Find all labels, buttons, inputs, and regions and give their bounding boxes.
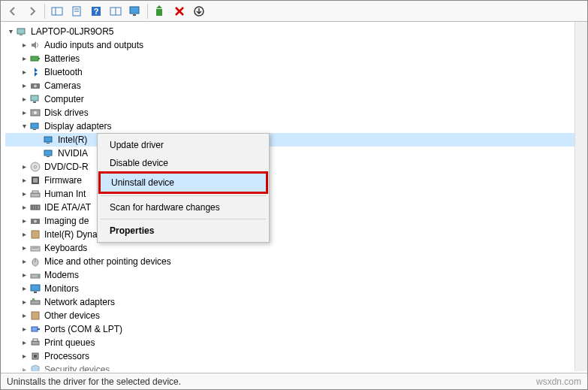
tree-item[interactable]: ▸Human Int — [5, 187, 587, 201]
menu-item-update-driver[interactable]: Update driver — [99, 136, 267, 154]
expand-icon[interactable]: ▸ — [19, 52, 29, 65]
expand-icon[interactable]: ▸ — [19, 322, 29, 336]
tree-item-intel[interactable]: Intel(R) — [5, 133, 587, 147]
network-icon — [29, 296, 41, 308]
tree-item[interactable]: ▸Disk drives — [5, 106, 587, 119]
panel-icon — [51, 6, 63, 17]
security-icon — [29, 364, 41, 371]
help-button[interactable]: ? — [87, 3, 105, 20]
tree-item-label: Other devices — [43, 309, 100, 322]
expand-icon[interactable]: ▸ — [19, 106, 29, 119]
menu-item-properties[interactable]: Properties — [99, 222, 267, 240]
tree-item[interactable]: ▸Mice and other pointing devices — [5, 255, 587, 268]
expand-icon[interactable]: ▸ — [19, 65, 29, 79]
tree-item[interactable]: ▸Modems — [5, 268, 587, 282]
expand-icon[interactable]: ▸ — [19, 336, 29, 349]
tree-item-label: Cameras — [43, 79, 81, 92]
tree-item-label: Batteries — [43, 52, 80, 65]
expand-icon[interactable]: ▸ — [19, 295, 29, 309]
tree-item-label: Monitors — [43, 282, 79, 295]
expand-icon[interactable]: ▸ — [19, 201, 29, 214]
status-text: Uninstalls the driver for the selected d… — [7, 376, 181, 387]
svg-point-47 — [38, 276, 39, 277]
back-button[interactable] — [4, 3, 22, 20]
expand-icon[interactable]: ▸ — [19, 214, 29, 228]
tree-item[interactable]: ▸Processors — [5, 349, 587, 363]
tree-item-label: IDE ATA/AT — [43, 201, 91, 214]
tree-root[interactable]: ▾ LAPTOP-0LJR9OR5 — [5, 25, 587, 38]
svg-rect-19 — [31, 95, 38, 101]
svg-rect-32 — [33, 178, 38, 183]
tree-item-label: Display adapters — [43, 119, 111, 133]
tree-item-nvidia[interactable]: NVIDIA — [5, 147, 587, 160]
menu-item-scan-hardware[interactable]: Scan for hardware changes — [99, 198, 267, 216]
expand-icon[interactable]: ▸ — [19, 160, 29, 174]
menu-item-uninstall-device[interactable]: Uninstall device — [98, 171, 268, 194]
expand-icon[interactable]: ▸ — [19, 79, 29, 92]
tree-item[interactable]: ▸Other devices — [5, 309, 587, 322]
svg-rect-0 — [52, 8, 62, 15]
svg-rect-15 — [31, 56, 38, 61]
expand-icon[interactable]: ▸ — [19, 38, 29, 52]
svg-point-40 — [34, 220, 37, 223]
tree-item[interactable]: ▸Batteries — [5, 52, 587, 65]
tree-item-label: NVIDIA — [56, 147, 88, 160]
svg-point-30 — [35, 166, 37, 168]
computer-icon — [16, 26, 28, 38]
view-button[interactable] — [107, 3, 125, 20]
tree-item[interactable]: ▸Cameras — [5, 79, 587, 92]
tree-item[interactable]: ▸IDE ATA/AT — [5, 201, 587, 214]
svg-rect-58 — [34, 355, 37, 358]
device-tree[interactable]: ▾ LAPTOP-0LJR9OR5 ▸Audio inputs and outp… — [1, 22, 587, 371]
svg-rect-34 — [32, 191, 38, 193]
tree-item-label: Intel(R) — [56, 133, 87, 147]
tree-item[interactable]: ▸Network adapters — [5, 295, 587, 309]
scan-button[interactable] — [126, 3, 144, 20]
ide-icon — [29, 201, 41, 213]
tree-item[interactable]: ▸Firmware — [5, 174, 587, 187]
driver-update-icon — [155, 5, 165, 17]
display-adapter-icon — [43, 147, 55, 159]
properties-button[interactable] — [68, 3, 86, 20]
expand-icon[interactable]: ▸ — [19, 255, 29, 268]
tree-item[interactable]: ▸Security devices — [5, 363, 587, 371]
tree-item[interactable]: ▸DVD/CD-R — [5, 160, 587, 174]
expand-icon[interactable]: ▸ — [19, 268, 29, 282]
expand-icon[interactable]: ▸ — [19, 241, 29, 255]
tree-item-display-adapters[interactable]: ▾Display adapters — [5, 119, 587, 133]
forward-button[interactable] — [23, 3, 41, 20]
expand-icon[interactable]: ▸ — [19, 309, 29, 322]
menu-item-disable-device[interactable]: Disable device — [99, 154, 267, 172]
tree-item[interactable]: ▸Keyboards — [5, 241, 587, 255]
tree-item[interactable]: ▸Bluetooth — [5, 65, 587, 79]
tree-item[interactable]: ▸Computer — [5, 92, 587, 106]
collapse-icon[interactable]: ▾ — [19, 119, 29, 133]
disable-button[interactable] — [190, 3, 208, 20]
show-hidden-button[interactable] — [48, 3, 66, 20]
display-adapter-icon — [29, 120, 41, 132]
uninstall-button[interactable] — [170, 3, 188, 20]
status-bar: Uninstalls the driver for the selected d… — [1, 373, 587, 389]
collapse-icon[interactable]: ▾ — [5, 25, 16, 38]
expand-icon[interactable]: ▸ — [19, 363, 29, 371]
update-driver-button[interactable] — [151, 3, 169, 20]
expand-icon[interactable]: ▸ — [19, 282, 29, 295]
printer-icon — [29, 337, 41, 349]
expand-icon[interactable]: ▸ — [19, 174, 29, 187]
other-device-icon — [29, 310, 41, 322]
menu-separator — [101, 219, 266, 219]
tree-item[interactable]: ▸Intel(R) Dynamic Platform and Thermal F… — [5, 228, 587, 241]
expand-icon[interactable]: ▸ — [19, 228, 29, 241]
dvd-icon — [29, 161, 41, 173]
svg-rect-50 — [31, 301, 40, 304]
tree-item[interactable]: ▸Ports (COM & LPT) — [5, 322, 587, 336]
expand-icon[interactable]: ▸ — [19, 187, 29, 201]
tree-item[interactable]: ▸Print queues — [5, 336, 587, 349]
tree-item[interactable]: ▸Monitors — [5, 282, 587, 295]
expand-icon[interactable]: ▸ — [19, 92, 29, 106]
toolbar-separator — [44, 4, 45, 19]
tree-item[interactable]: ▸Audio inputs and outputs — [5, 38, 587, 52]
vertical-scrollbar[interactable] — [574, 22, 587, 371]
tree-item[interactable]: ▸Imaging de — [5, 214, 587, 228]
expand-icon[interactable]: ▸ — [19, 349, 29, 363]
